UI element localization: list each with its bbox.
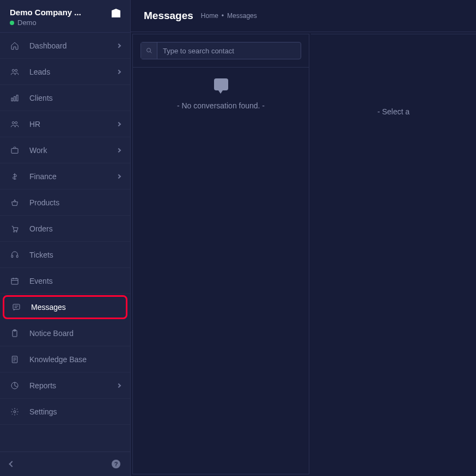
sidebar-item-label: Messages [31, 303, 119, 312]
svg-point-27 [147, 48, 150, 52]
chevron-right-icon [117, 383, 121, 387]
search-bar [133, 34, 309, 68]
svg-rect-3 [14, 96, 16, 101]
svg-rect-16 [13, 304, 20, 309]
sidebar-item-finance[interactable]: Finance [0, 163, 130, 190]
bars-icon [10, 93, 20, 103]
sidebar-item-hr[interactable]: HR [0, 111, 130, 137]
status-dot-icon [10, 21, 14, 25]
breadcrumb: Home • Messages [201, 12, 257, 20]
sidebar-item-knowledge-base[interactable]: Knowledge Base [0, 346, 130, 373]
contact-panel: - No conversation found. - [132, 34, 309, 474]
sidebar-item-label: Orders [29, 224, 120, 233]
sidebar-item-label: Reports [29, 381, 117, 390]
sidebar-header: Demo Company ... Demo [0, 0, 130, 33]
svg-point-5 [12, 121, 14, 124]
chevron-right-icon [117, 148, 121, 152]
headset-icon [10, 250, 20, 260]
cart-icon [10, 224, 20, 234]
sidebar-item-notice-board[interactable]: Notice Board [0, 320, 130, 346]
company-name: Demo Company ... [10, 8, 81, 17]
svg-rect-4 [16, 95, 18, 101]
svg-line-28 [150, 52, 151, 53]
sidebar-nav: DashboardLeadsClientsHRWorkFinanceProduc… [0, 33, 130, 451]
message-panel: - Select a [311, 34, 476, 476]
main-content: Messages Home • Messages - No conversati… [131, 0, 476, 476]
breadcrumb-current: Messages [227, 12, 257, 20]
help-icon[interactable]: ? [112, 460, 120, 468]
sidebar-item-leads[interactable]: Leads [0, 59, 130, 85]
sidebar-item-label: Clients [29, 94, 120, 102]
sidebar-item-label: Finance [29, 172, 117, 181]
chevron-right-icon [117, 121, 121, 126]
sidebar-item-products[interactable]: Products [0, 190, 130, 216]
document-icon [10, 355, 20, 364]
sidebar-item-tickets[interactable]: Tickets [0, 242, 130, 268]
status-text: Demo [17, 19, 36, 27]
sidebar-item-label: Work [29, 146, 117, 155]
svg-point-1 [15, 69, 17, 71]
sidebar-footer: ? [0, 451, 130, 476]
sidebar-item-label: Settings [29, 407, 120, 416]
sidebar-item-label: Events [29, 277, 120, 285]
sidebar-item-label: HR [29, 120, 117, 129]
contact-empty-state: - No conversation found. - [133, 68, 309, 110]
people-icon [10, 119, 20, 129]
sidebar-item-label: Leads [29, 68, 117, 76]
svg-point-9 [16, 231, 17, 232]
search-icon [141, 42, 157, 59]
sidebar-item-dashboard[interactable]: Dashboard [0, 33, 130, 59]
briefcase-icon [10, 145, 20, 155]
svg-point-8 [14, 231, 15, 232]
clipboard-icon [10, 328, 20, 338]
chevron-right-icon [117, 43, 121, 47]
home-icon [10, 41, 20, 51]
sidebar-item-label: Knowledge Base [29, 355, 120, 364]
search-input[interactable] [157, 47, 301, 55]
chat-bubble-icon [214, 78, 228, 90]
calendar-icon [10, 276, 20, 286]
chevron-right-icon [117, 69, 121, 74]
pie-icon [10, 381, 20, 390]
sidebar-item-label: Dashboard [29, 41, 117, 50]
gear-icon [10, 407, 20, 417]
status-row: Demo [10, 19, 81, 27]
sidebar-item-orders[interactable]: Orders [0, 216, 130, 242]
svg-rect-12 [11, 278, 18, 284]
sidebar-item-events[interactable]: Events [0, 268, 130, 294]
svg-rect-2 [11, 98, 13, 101]
basket-icon [10, 198, 20, 208]
sidebar-item-clients[interactable]: Clients [0, 85, 130, 111]
breadcrumb-separator: • [222, 12, 224, 20]
content-area: - No conversation found. - - Select a [131, 32, 476, 476]
main-header: Messages Home • Messages [131, 0, 476, 32]
sidebar-item-label: Tickets [29, 251, 120, 259]
svg-point-6 [15, 121, 17, 124]
empty-text: - No conversation found. - [177, 101, 265, 110]
breadcrumb-home[interactable]: Home [201, 12, 218, 20]
svg-rect-7 [11, 148, 18, 153]
message-empty-text: - Select a [377, 107, 410, 116]
svg-rect-10 [11, 255, 13, 257]
sidebar: Demo Company ... Demo DashboardLeadsClie… [0, 0, 131, 476]
company-block[interactable]: Demo Company ... Demo [10, 8, 81, 27]
sidebar-item-settings[interactable]: Settings [0, 399, 130, 425]
svg-point-0 [12, 69, 14, 71]
people-icon [10, 67, 20, 77]
sidebar-item-reports[interactable]: Reports [0, 373, 130, 399]
sidebar-item-work[interactable]: Work [0, 137, 130, 163]
company-logo-icon [112, 9, 120, 17]
sidebar-item-messages[interactable]: Messages [3, 295, 127, 319]
page-title: Messages [144, 10, 193, 22]
chevron-right-icon [117, 174, 121, 178]
message-icon [11, 302, 21, 312]
sidebar-item-label: Products [29, 198, 120, 207]
svg-point-26 [14, 411, 16, 413]
dollar-icon [10, 172, 20, 181]
search-container [141, 42, 301, 59]
sidebar-item-label: Notice Board [29, 329, 120, 338]
collapse-sidebar-button[interactable] [9, 461, 15, 467]
svg-rect-11 [16, 255, 18, 257]
